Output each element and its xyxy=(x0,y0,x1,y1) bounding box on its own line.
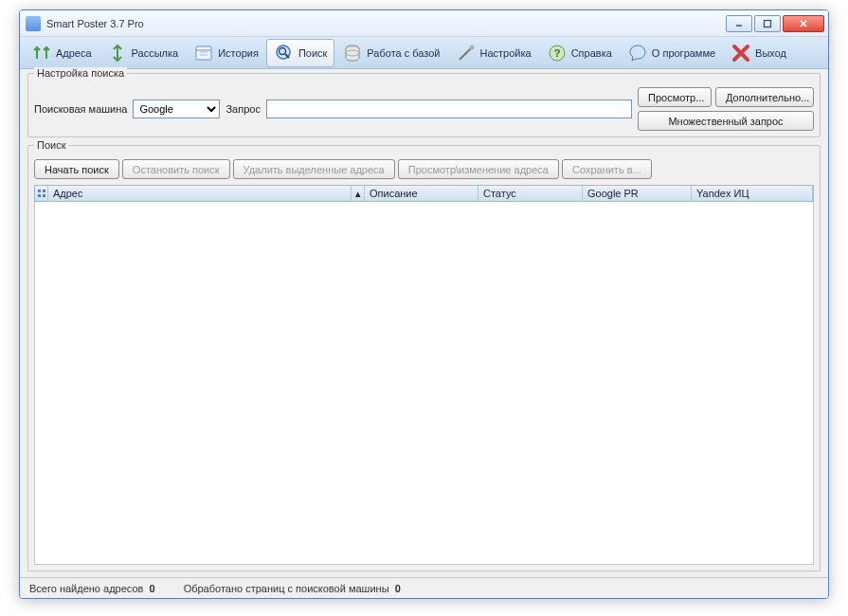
toolbar-addresses[interactable]: Адреса xyxy=(24,39,99,67)
svg-rect-23 xyxy=(43,194,45,197)
query-label: Запрос xyxy=(226,103,260,115)
query-input[interactable] xyxy=(266,100,632,118)
search-settings-title: Настройка поиска xyxy=(34,67,127,79)
close-button[interactable] xyxy=(783,15,824,32)
toolbar-help-label: Справка xyxy=(571,47,612,59)
svg-text:?: ? xyxy=(553,47,560,59)
view-change-button[interactable]: Просмотр\изменение адреса xyxy=(398,159,559,179)
exit-icon xyxy=(731,43,751,63)
status-processed: Обработано страниц с поисковой машины 0 xyxy=(184,583,401,594)
delete-addresses-button[interactable]: Удалить выделенные адреса xyxy=(233,159,395,179)
browse-button[interactable]: Просмотр... xyxy=(638,87,712,107)
sort-indicator[interactable]: ▴ xyxy=(352,186,365,201)
toolbar-mailing-label: Рассылка xyxy=(132,47,179,59)
toolbar-addresses-label: Адреса xyxy=(56,47,92,59)
toolbar-about-label: О программе xyxy=(652,47,715,59)
col-yandex-ic[interactable]: Yandex ИЦ xyxy=(692,186,813,201)
engine-label: Поисковая машина xyxy=(34,103,127,115)
status-found-label: Всего найдено адресов xyxy=(29,583,143,594)
svg-rect-4 xyxy=(196,46,211,60)
about-icon xyxy=(627,43,648,63)
svg-point-15 xyxy=(469,45,474,49)
search-settings-group: Настройка поиска Поисковая машина Google… xyxy=(27,73,821,137)
main-toolbar: Адреса Рассылка История Поиск Работа с б… xyxy=(20,37,828,69)
status-bar: Всего найдено адресов 0 Обработано стран… xyxy=(20,577,828,598)
status-found-count: 0 xyxy=(150,583,155,594)
toolbar-history-label: История xyxy=(218,47,259,59)
toolbar-exit[interactable]: Выход xyxy=(723,39,794,67)
help-icon: ? xyxy=(547,43,568,63)
additional-button[interactable]: Дополнительно... xyxy=(715,87,814,107)
window-title: Smart Poster 3.7 Pro xyxy=(46,18,726,29)
results-header: Адрес ▴ Описание Статус Google PR Yandex… xyxy=(34,185,814,202)
toolbar-search-label: Поиск xyxy=(298,47,327,59)
svg-rect-22 xyxy=(38,194,41,197)
engine-select[interactable]: Google xyxy=(133,100,220,118)
settings-icon xyxy=(456,43,477,63)
col-description[interactable]: Описание xyxy=(365,186,478,201)
toolbar-help[interactable]: ? Справка xyxy=(539,39,620,67)
svg-rect-1 xyxy=(765,20,771,27)
status-processed-count: 0 xyxy=(395,583,401,594)
app-icon xyxy=(26,16,41,31)
addresses-icon xyxy=(31,43,52,63)
save-to-button[interactable]: Сохранить в... xyxy=(562,159,652,179)
svg-rect-20 xyxy=(38,190,41,192)
title-bar: Smart Poster 3.7 Pro xyxy=(20,10,828,37)
status-processed-label: Обработано страниц с поисковой машины xyxy=(184,583,389,594)
start-search-button[interactable]: Начать поиск xyxy=(34,159,119,179)
app-window: Smart Poster 3.7 Pro Адреса Рассылка Ист… xyxy=(19,9,829,599)
mailing-icon xyxy=(107,43,128,63)
toolbar-database-label: Работа с базой xyxy=(367,47,440,59)
minimize-button[interactable] xyxy=(726,15,752,32)
toolbar-settings-label: Настройка xyxy=(480,47,532,59)
stop-search-button[interactable]: Остановить поиск xyxy=(122,159,230,179)
col-google-pr[interactable]: Google PR xyxy=(583,186,692,201)
search-group-title: Поиск xyxy=(34,139,68,151)
toolbar-about[interactable]: О программе xyxy=(620,39,723,67)
results-grid[interactable] xyxy=(34,202,814,565)
row-handle-column[interactable] xyxy=(35,186,48,201)
window-controls xyxy=(726,15,824,32)
toolbar-mailing[interactable]: Рассылка xyxy=(99,39,187,67)
toolbar-history[interactable]: История xyxy=(186,39,266,67)
search-group: Поиск Начать поиск Остановить поиск Удал… xyxy=(27,145,821,571)
multi-query-button[interactable]: Множественный запрос xyxy=(638,111,814,131)
content-area: Настройка поиска Поисковая машина Google… xyxy=(20,69,828,577)
status-found: Всего найдено адресов 0 xyxy=(29,583,155,594)
database-icon xyxy=(342,43,363,63)
search-icon xyxy=(274,43,295,63)
svg-rect-21 xyxy=(43,190,45,192)
maximize-button[interactable] xyxy=(754,15,781,32)
history-icon xyxy=(193,43,214,63)
toolbar-search[interactable]: Поиск xyxy=(266,39,334,67)
col-status[interactable]: Статус xyxy=(478,186,583,201)
col-address[interactable]: Адрес xyxy=(48,186,352,201)
toolbar-settings[interactable]: Настройка xyxy=(448,39,539,67)
toolbar-database[interactable]: Работа с базой xyxy=(334,39,447,67)
toolbar-exit-label: Выход xyxy=(755,47,786,59)
